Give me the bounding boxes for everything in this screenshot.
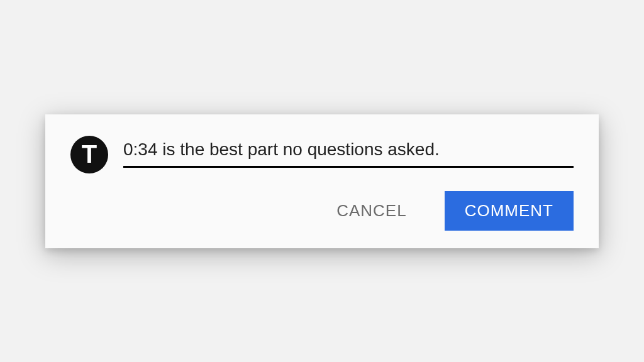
comment-compose-box: T CANCEL COMMENT [45, 114, 599, 248]
action-row: CANCEL COMMENT [70, 191, 574, 231]
cancel-button[interactable]: CANCEL [316, 191, 426, 231]
avatar[interactable]: T [70, 136, 108, 173]
comment-input[interactable] [123, 140, 574, 168]
comment-button[interactable]: COMMENT [445, 191, 574, 231]
comment-input-wrap [123, 140, 574, 168]
compose-row: T [70, 140, 574, 173]
avatar-letter: T [82, 140, 97, 168]
